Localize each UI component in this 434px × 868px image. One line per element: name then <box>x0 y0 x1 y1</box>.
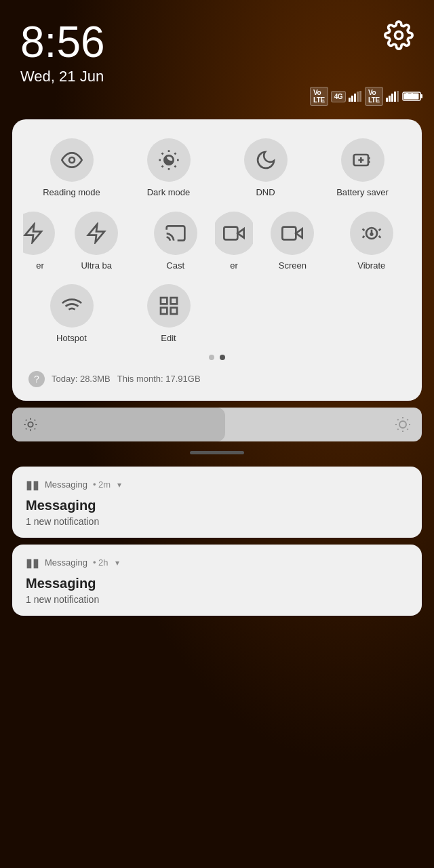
bolt-icon <box>23 222 44 244</box>
settings-icon[interactable] <box>384 20 414 50</box>
volte-badge-2: VoLTE <box>365 87 383 106</box>
svg-line-60 <box>407 419 408 420</box>
svg-rect-41 <box>161 308 167 314</box>
notif-chevron-1[interactable]: ▾ <box>117 480 121 490</box>
svg-line-59 <box>397 429 398 429</box>
brightness-high-icon <box>395 416 411 433</box>
notif-app-name-1: Messaging <box>45 479 87 490</box>
svg-rect-10 <box>397 91 399 102</box>
signal-bars-2 <box>386 91 399 102</box>
sun-high-icon <box>395 416 411 433</box>
reading-mode-label: Reading mode <box>43 187 100 198</box>
qs-edit[interactable]: Edit <box>120 279 217 349</box>
svg-line-23 <box>174 153 176 155</box>
bolt-icon2 <box>85 222 107 244</box>
video-icon <box>223 222 245 244</box>
battery-saver-circle <box>341 138 384 182</box>
svg-point-43 <box>28 422 33 427</box>
date: Wed, 21 Jun <box>20 68 105 85</box>
signal-group: VoLTE 4G VoLTE <box>310 87 414 106</box>
svg-rect-4 <box>357 92 359 102</box>
notif-body-1: 1 new notification <box>26 516 408 527</box>
qs-partial-left: er <box>23 206 57 277</box>
ultra-battery-label2: Ultra ba <box>81 260 112 271</box>
battery-saver-label: Battery saver <box>336 187 389 198</box>
grid-icon <box>158 295 180 317</box>
svg-point-14 <box>69 157 75 163</box>
qs-dark-mode[interactable]: Dark mode <box>120 133 217 203</box>
notification-card-2[interactable]: ▮▮ Messaging • 2h ▾ Messaging 1 new noti… <box>12 545 422 616</box>
dark-mode-label: Dark mode <box>147 187 191 198</box>
svg-line-46 <box>26 420 26 420</box>
dot-1[interactable] <box>209 355 214 360</box>
vibrate-label: Vibrate <box>357 260 385 271</box>
brightness-fill <box>12 408 225 441</box>
notif-body-2: 1 new notification <box>26 594 408 605</box>
svg-rect-8 <box>391 94 393 102</box>
qs-reading-mode[interactable]: Reading mode <box>23 133 120 203</box>
battery-percent: 64 <box>405 92 414 101</box>
main-content: 8:56 Wed, 21 Jun VoLTE 4G VoLTE <box>0 0 434 868</box>
data-usage: ? Today: 28.3MB This month: 17.91GB <box>23 368 411 390</box>
svg-line-47 <box>35 429 35 429</box>
notif-chevron-2[interactable]: ▾ <box>115 558 119 568</box>
brightness-slider[interactable] <box>12 408 422 441</box>
qs-battery-saver[interactable]: Battery saver <box>314 133 411 203</box>
ultra-battery-circle2 <box>75 212 118 255</box>
qs-hotspot[interactable]: Hotspot <box>23 279 120 349</box>
notification-card-1[interactable]: ▮▮ Messaging • 2m ▾ Messaging 1 new noti… <box>12 467 422 538</box>
qs-ultra-battery[interactable]: Ultra ba <box>57 206 136 277</box>
qs-dnd[interactable]: DND <box>217 133 314 203</box>
svg-line-19 <box>174 165 176 167</box>
hotspot-label: Hotspot <box>56 333 87 344</box>
qs-row-3: Hotspot Edit <box>23 279 411 349</box>
qs-row-2: er Ultra ba Cast <box>23 206 411 277</box>
reading-mode-circle <box>50 138 94 182</box>
svg-line-18 <box>161 153 163 155</box>
vibrate-circle <box>350 212 393 255</box>
qs-cast[interactable]: Cast <box>136 206 214 277</box>
notif-time-1: • 2m <box>93 479 111 490</box>
svg-point-0 <box>395 32 403 39</box>
dark-mode-icon <box>158 149 180 171</box>
qs-vibrate[interactable]: Vibrate <box>332 206 411 277</box>
cast-label: Cast <box>166 260 184 271</box>
edit-label: Edit <box>161 333 176 344</box>
messaging-icon-2: ▮▮ <box>26 555 39 570</box>
dot-2[interactable] <box>220 355 225 360</box>
screen-label: Screen <box>279 260 307 271</box>
4g-badge: 4G <box>331 91 346 102</box>
volte-badge-1: VoLTE <box>310 87 328 106</box>
data-month: This month: 17.91GB <box>117 374 201 384</box>
edit-circle <box>147 284 191 328</box>
battery-saver-icon <box>352 149 374 171</box>
notif-title-1: Messaging <box>26 498 408 513</box>
quick-settings-panel: Reading mode <box>12 119 422 401</box>
svg-rect-33 <box>224 226 237 239</box>
time-section: 8:56 Wed, 21 Jun <box>20 20 105 85</box>
qs-row-1: Reading mode <box>23 133 411 203</box>
crescent-icon <box>255 149 277 171</box>
svg-rect-39 <box>161 298 167 304</box>
sun-low-icon <box>23 417 38 432</box>
svg-rect-9 <box>394 92 396 102</box>
eye-icon <box>61 149 83 171</box>
ultra-battery-circle <box>23 212 55 255</box>
svg-point-52 <box>399 421 406 428</box>
ultra-battery-label: er <box>36 260 44 271</box>
svg-rect-1 <box>349 98 351 102</box>
qs-screen-recorder-partial: er <box>215 206 253 277</box>
svg-line-55 <box>397 419 398 420</box>
svg-line-50 <box>26 429 26 429</box>
svg-rect-5 <box>359 91 361 102</box>
qs-screen[interactable]: Screen <box>253 206 332 277</box>
svg-marker-34 <box>296 229 302 237</box>
cast-circle <box>154 212 197 255</box>
dark-mode-circle <box>147 138 191 182</box>
svg-rect-35 <box>283 226 296 239</box>
screen-rec-label: er <box>230 260 238 271</box>
svg-rect-42 <box>170 308 176 314</box>
messaging-icon-1: ▮▮ <box>26 477 39 492</box>
pagination-dots <box>23 355 411 360</box>
drag-handle-bar <box>190 451 244 454</box>
